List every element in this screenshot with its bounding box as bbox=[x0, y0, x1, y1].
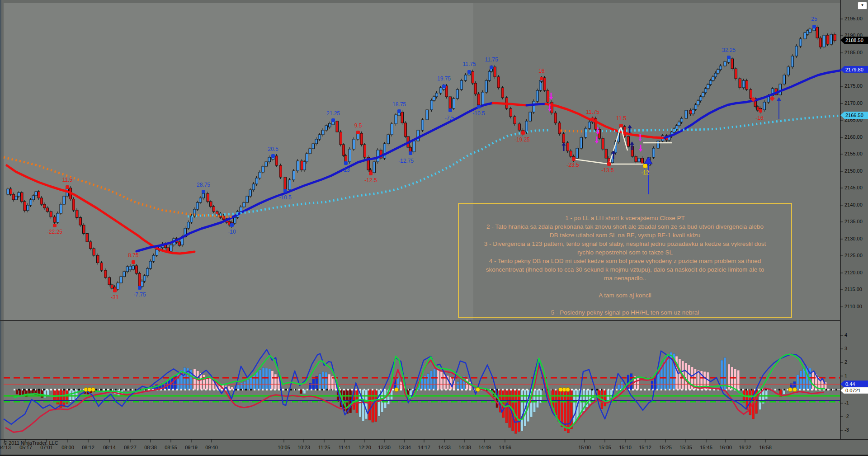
swing-label: -12.5 bbox=[364, 177, 377, 183]
trade-notes-annotation[interactable]: 1 - po LL a LH short k vcerajsiemu Close… bbox=[458, 203, 792, 318]
price-axis-tick: 1 bbox=[844, 373, 847, 378]
price-axis-tick: 2175.00 bbox=[844, 83, 863, 89]
price-axis-tick: 2 bbox=[844, 359, 847, 365]
price-axis-tick: -2 bbox=[844, 414, 849, 419]
annotation-line: skoncentrovat (ihned bolo to cca 30 seku… bbox=[459, 265, 791, 274]
swing-label: -31 bbox=[111, 294, 118, 301]
time-axis-tick: 14:33 bbox=[438, 445, 451, 450]
swing-label: 28.75 bbox=[197, 182, 210, 188]
swing-label: -13 bbox=[342, 167, 349, 173]
annotation-line bbox=[459, 282, 791, 291]
price-axis-tick: -1 bbox=[844, 400, 849, 405]
time-axis-tick: 09:40 bbox=[205, 445, 218, 450]
swing-label: -10 bbox=[228, 229, 236, 235]
swing-label: 25 bbox=[811, 16, 817, 22]
swing-label: -10.5 bbox=[472, 110, 485, 117]
swing-label: 11.5 bbox=[616, 115, 626, 122]
annotation-line: 1 - po LL a LH short k vcerajsiemu Close… bbox=[459, 214, 791, 222]
annotation-line: 5 - Posledny pekny signal po HH/HL ten s… bbox=[459, 308, 791, 317]
time-axis-tick: 11:25 bbox=[318, 445, 330, 450]
price-axis-tick: 2170.00 bbox=[844, 100, 863, 106]
osc-green-value-badge: 0.0721 bbox=[840, 387, 868, 394]
price-axis-tick: 2150.00 bbox=[844, 168, 863, 174]
time-axis-tick: 13:30 bbox=[378, 445, 391, 450]
time-axis-tick: 15:45 bbox=[700, 445, 712, 450]
chevron-down-icon: ▼ bbox=[861, 3, 864, 7]
swing-label: -12.75 bbox=[398, 158, 414, 164]
time-axis-tick: 16:32 bbox=[739, 445, 751, 450]
last-price-badge: 2188.50 bbox=[840, 37, 868, 44]
price-axis-tick: 2160.00 bbox=[844, 134, 863, 140]
time-axis-tick: 14:17 bbox=[418, 445, 430, 450]
annotation-line: 3 - Divergencia a 123 pattern, tento sig… bbox=[459, 240, 791, 248]
swing-label: -13.5 bbox=[601, 167, 613, 174]
price-axis-tick: 2145.00 bbox=[844, 185, 863, 190]
time-axis-tick: 12:20 bbox=[359, 445, 371, 450]
swing-label: -22.25 bbox=[47, 229, 62, 235]
price-axis-tick: 2115.00 bbox=[844, 287, 862, 292]
swing-label: 20.5 bbox=[268, 146, 278, 152]
price-axis-tick: 4 bbox=[844, 332, 847, 338]
price-axis-tick: 2120.00 bbox=[844, 270, 863, 275]
price-axis-tick: 2110.00 bbox=[844, 304, 862, 309]
annotation-line: 2 - Tato hranica sa zdala prekonana tak … bbox=[459, 222, 791, 231]
time-axis-tick: 10:23 bbox=[297, 445, 310, 450]
annotation-line bbox=[459, 300, 791, 308]
price-axis-tick: 2185.00 bbox=[844, 50, 863, 55]
time-axis-tick: 15:12 bbox=[639, 445, 651, 450]
time-axis-tick: 08:14 bbox=[103, 445, 116, 450]
time-axis-tick: 14:38 bbox=[458, 445, 471, 450]
swing-label: 21.25 bbox=[326, 110, 340, 117]
time-axis-tick: 08:38 bbox=[144, 445, 157, 450]
swing-label: -19.25 bbox=[514, 136, 530, 143]
chart-dropdown-button[interactable]: ▼ bbox=[858, 2, 867, 9]
annotation-line: rychlo nepostrehol som to takze SL bbox=[459, 248, 791, 257]
swing-label: -16 bbox=[755, 115, 763, 121]
price-axis-tick: 2155.00 bbox=[844, 151, 863, 156]
swing-label: -12 bbox=[641, 169, 649, 176]
time-axis-tick: 11:41 bbox=[339, 445, 351, 450]
price-axis-tick: 2140.00 bbox=[844, 202, 863, 207]
time-axis-tick: 15:05 bbox=[599, 445, 611, 450]
time-axis-tick: 08:27 bbox=[124, 445, 137, 450]
annotation-line: A tam som aj koncil bbox=[459, 291, 791, 300]
time-axis-tick: 15:25 bbox=[659, 445, 672, 450]
price-axis-tick: 2195.00 bbox=[844, 16, 863, 21]
time-axis-tick: 16:00 bbox=[719, 445, 732, 450]
osc-blue-value-badge: 0.44 bbox=[840, 381, 868, 388]
ma-price-badge: 2179.80 bbox=[840, 66, 868, 73]
trend-price-badge: 2166.50 bbox=[840, 112, 868, 119]
annotation-line: ma nenapadlo.. bbox=[459, 274, 791, 282]
time-axis-tick: 14:56 bbox=[499, 445, 511, 450]
annotation-line: DB takze utiahol som SL na BE, vystup BE… bbox=[459, 231, 791, 240]
swing-label: 32.25 bbox=[722, 47, 736, 53]
time-axis-tick: 09:19 bbox=[185, 445, 198, 450]
swing-label: 11.75 bbox=[462, 61, 476, 67]
swing-label: 16 bbox=[538, 68, 544, 74]
time-axis-tick: 10:05 bbox=[278, 445, 290, 450]
time-axis-tick: 14:49 bbox=[478, 445, 491, 450]
price-axis-tick: 3 bbox=[844, 346, 847, 351]
time-axis-tick: 15:35 bbox=[679, 445, 692, 450]
swing-label: 9.5 bbox=[354, 122, 362, 129]
swing-label: 18.75 bbox=[392, 101, 406, 108]
swing-label: -10.5 bbox=[279, 194, 291, 201]
swing-label: 11.5 bbox=[62, 177, 72, 183]
swing-label: -23.5 bbox=[566, 162, 579, 168]
ninjatrader-chart-window: -22.2511.5-318.75-7.7528.75-1020.5-10.52… bbox=[0, 0, 868, 456]
annotation-line: 4 - Tento pekny DB na LOD mi usiel kedze… bbox=[459, 257, 791, 265]
time-axis-tick: 08:00 bbox=[61, 445, 74, 450]
price-axis-tick: -3 bbox=[844, 427, 849, 432]
time-axis-tick: 15:00 bbox=[578, 445, 591, 450]
swing-label: 8.75 bbox=[128, 252, 138, 259]
swing-label: -7.5 bbox=[445, 115, 454, 121]
swing-label: -7.75 bbox=[133, 291, 146, 298]
time-axis-tick: 08:55 bbox=[165, 445, 177, 450]
swing-label: 11.75 bbox=[485, 56, 498, 63]
time-axis-tick: 08:12 bbox=[82, 445, 94, 450]
swing-label: 11.75 bbox=[586, 109, 599, 115]
copyright-text: © 2011 NinjaTrader, LLC bbox=[4, 440, 58, 446]
time-axis-tick: 13:34 bbox=[398, 445, 411, 450]
swing-label: 19.75 bbox=[437, 75, 451, 82]
time-axis-tick: 15:10 bbox=[619, 445, 632, 450]
